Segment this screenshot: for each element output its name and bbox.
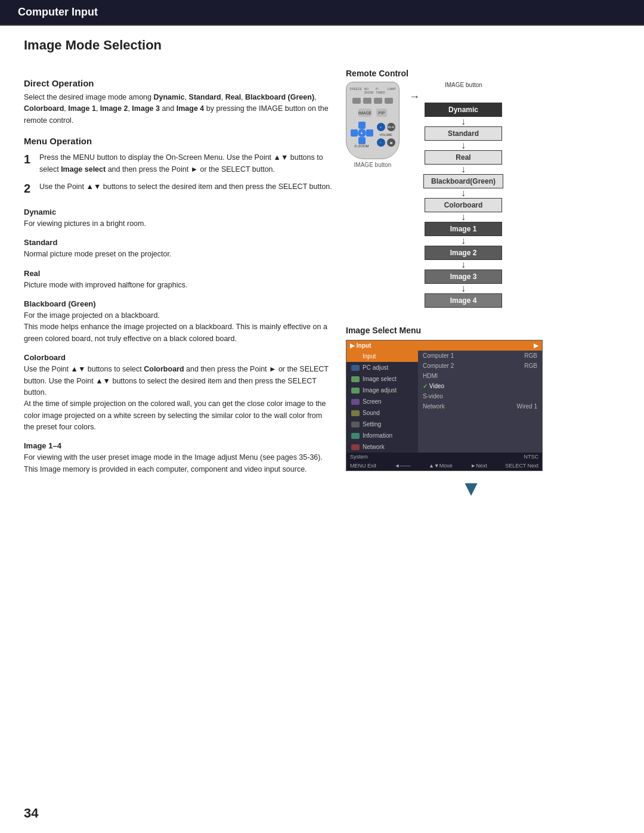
noshow-btn[interactable] bbox=[363, 98, 371, 104]
dpad-down[interactable] bbox=[358, 137, 366, 144]
freeze-btn[interactable] bbox=[352, 98, 361, 104]
menu-imageselect-label: Image select bbox=[363, 376, 397, 382]
desc-colorboard-text: Use the Point ▲▼ buttons to select Color… bbox=[24, 364, 334, 433]
arrow-4: ↓ bbox=[461, 188, 466, 198]
menu-pcadjust-label: PC adjust bbox=[363, 364, 388, 371]
image-btn-label-bottom: IMAGE button bbox=[354, 162, 392, 168]
menu-right-network: Network Wired 1 bbox=[418, 401, 542, 411]
video-label: ✓ Video bbox=[423, 383, 444, 389]
menu-item-imageadjust[interactable]: Image adjust bbox=[346, 385, 418, 396]
vol-up-btn[interactable]: + bbox=[377, 123, 385, 131]
menu-right-computer1: Computer 1 RGB bbox=[418, 351, 542, 361]
lamp-btn[interactable] bbox=[385, 98, 393, 104]
step-2: 2 Use the Point ▲▼ buttons to select the… bbox=[24, 181, 334, 196]
dpad-right[interactable] bbox=[366, 129, 373, 137]
remote-top-row: FREEZE NO SHOW P-TIMER LAMP bbox=[350, 87, 395, 94]
menu-right-computer2: Computer 2 RGB bbox=[418, 361, 542, 371]
computer2-label: Computer 2 bbox=[423, 363, 454, 369]
arrow-7: ↓ bbox=[461, 260, 466, 270]
dpad-up[interactable] bbox=[358, 122, 366, 129]
menu-item-setting[interactable]: Setting bbox=[346, 419, 418, 430]
header-title: Computer Input bbox=[18, 6, 98, 18]
desc-dynamic-heading: Dynamic bbox=[24, 208, 334, 216]
menu-right-hdmi: HDMl bbox=[418, 371, 542, 381]
arrow-standard: Standard bbox=[425, 126, 502, 141]
vol-down-btn[interactable]: – bbox=[377, 138, 385, 147]
computer1-label: Computer 1 bbox=[423, 352, 454, 359]
screen-icon bbox=[351, 399, 360, 405]
arrow-real: Real bbox=[425, 150, 502, 165]
menu-imageadjust-label: Image adjust bbox=[363, 387, 397, 394]
remote-section: Remote Control FREEZE NO SHOW P-TIMER LA… bbox=[346, 69, 596, 308]
volume-label: VOLUME bbox=[377, 133, 395, 137]
menu-item-network[interactable]: Network bbox=[346, 441, 418, 453]
network-icon bbox=[351, 444, 360, 450]
menu-footer: MENU Exit ◄—— ▲▼Move ►Next SELECT Next bbox=[346, 461, 542, 470]
menu-item-information[interactable]: Information bbox=[346, 430, 418, 441]
system-value: NTSC bbox=[524, 454, 539, 460]
extra-btn[interactable]: ▮▮ bbox=[387, 138, 395, 147]
dpad-left[interactable] bbox=[351, 129, 358, 137]
pip-button[interactable]: PIP bbox=[376, 109, 387, 117]
input-icon bbox=[351, 354, 360, 360]
menu-header-arrow: ▶ bbox=[534, 342, 538, 349]
menu-op-heading: Menu Operation bbox=[24, 136, 334, 146]
menu-left: Input PC adjust Image select bbox=[346, 351, 418, 453]
footer-back: ◄—— bbox=[395, 463, 411, 469]
arrow-blackboard: Blackboard(Green) bbox=[423, 174, 503, 188]
step-2-num: 2 bbox=[24, 181, 35, 196]
menu-item-screen[interactable]: Screen bbox=[346, 396, 418, 407]
menu-network-label: Network bbox=[363, 444, 385, 450]
direct-op-heading: Direct Operation bbox=[24, 78, 334, 88]
setting-icon bbox=[351, 422, 360, 428]
sound-icon bbox=[351, 410, 360, 416]
mle-btn[interactable]: ML•E bbox=[387, 123, 395, 131]
arrow-6: ↓ bbox=[461, 236, 466, 246]
desc-standard-text: Normal picture mode preset on the projec… bbox=[24, 249, 334, 260]
ptimer-btn[interactable] bbox=[374, 98, 382, 104]
menu-item-imageselect[interactable]: Image select bbox=[346, 373, 418, 385]
desc-blackboard-text: For the image projected on a blackboard.… bbox=[24, 310, 334, 345]
image-select-menu-section: Image Select Menu ▶ Input ▶ Input bbox=[346, 326, 596, 501]
arrow-5: ↓ bbox=[461, 212, 466, 222]
arrow-colorboard: Colorboard bbox=[425, 198, 502, 212]
pcadjust-icon bbox=[351, 365, 360, 371]
computer1-value: RGB bbox=[524, 352, 537, 359]
menu-setting-label: Setting bbox=[363, 421, 381, 428]
system-label: System bbox=[350, 454, 368, 460]
desc-image14-heading: Image 1–4 bbox=[24, 441, 334, 450]
desc-image14-text: For viewing with the user preset image m… bbox=[24, 452, 334, 475]
arrow-image2: Image 2 bbox=[425, 246, 502, 260]
left-column: Direct Operation Select the desired imag… bbox=[24, 69, 334, 501]
menu-input-label: Input bbox=[363, 353, 376, 360]
vol-btns2: – ▮▮ bbox=[377, 138, 395, 147]
desc-real-heading: Real bbox=[24, 269, 334, 278]
arrow-image4: Image 4 bbox=[425, 293, 502, 308]
menu-item-input[interactable]: Input bbox=[346, 351, 418, 362]
menu-information-label: Information bbox=[363, 432, 392, 439]
arrow-3: ↓ bbox=[461, 165, 466, 174]
image-button[interactable]: IMAGE bbox=[358, 109, 371, 117]
network-input-label: Network bbox=[423, 403, 445, 410]
menu-right-video: ✓ Video bbox=[418, 381, 542, 391]
steps-list: 1 Press the MENU button to display the O… bbox=[24, 152, 334, 196]
dpad-center[interactable]: + bbox=[358, 129, 366, 137]
imageselect-icon bbox=[351, 376, 360, 382]
svideo-label: S-video bbox=[423, 393, 443, 400]
desc-real-text: Picture mode with improved halftone for … bbox=[24, 280, 334, 291]
step-1: 1 Press the MENU button to display the O… bbox=[24, 152, 334, 175]
footer-next: ►Next bbox=[470, 463, 487, 469]
section-title: Image Mode Selection bbox=[24, 38, 620, 57]
menu-item-pcadjust[interactable]: PC adjust bbox=[346, 362, 418, 373]
arrow-8: ↓ bbox=[461, 284, 466, 293]
remote-label: Remote Control bbox=[346, 69, 596, 78]
direct-op-text: Select the desired image mode among Dyna… bbox=[24, 92, 334, 126]
dpad: + bbox=[351, 122, 373, 144]
big-down-arrow: ▼ bbox=[346, 476, 596, 501]
arrow-2: ↓ bbox=[461, 141, 466, 150]
remote-and-arrows: FREEZE NO SHOW P-TIMER LAMP bbox=[346, 82, 596, 308]
dzoom-label: D.ZOOM bbox=[355, 144, 369, 148]
desc-standard-heading: Standard bbox=[24, 238, 334, 247]
menu-item-sound[interactable]: Sound bbox=[346, 407, 418, 419]
arrow-1: ↓ bbox=[461, 117, 466, 126]
